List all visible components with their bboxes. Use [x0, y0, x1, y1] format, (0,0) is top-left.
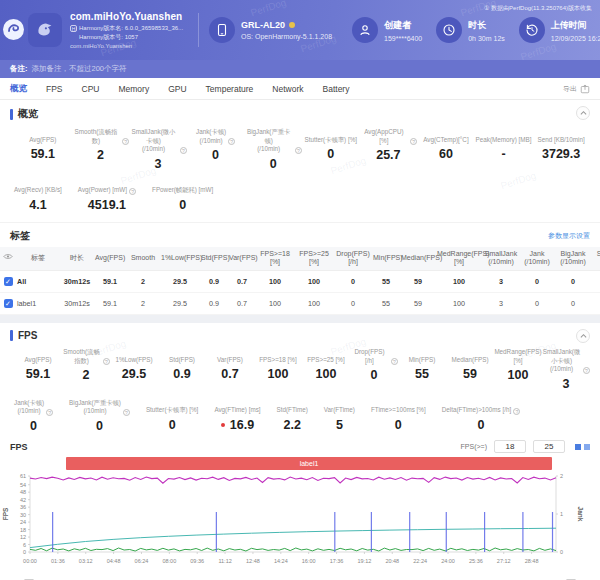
stat-label: Peak(Memory) [MB] — [475, 128, 533, 144]
cell-value: 0 — [334, 293, 372, 315]
tab-概览[interactable]: 概览 — [10, 83, 27, 95]
labels-table-wrap: 标签时长Avg(FPS)Smooth1%Low(FPS)Std(FPS)Var(… — [0, 247, 600, 316]
column-header[interactable]: Min(FPS) — [372, 247, 400, 271]
metric-tabs: 概览FPSCPUMemoryGPUTemperatureNetworkBatte… — [0, 78, 600, 100]
tab-battery[interactable]: Battery — [323, 84, 350, 94]
threshold-confirm-icon[interactable] — [575, 444, 581, 450]
x-tick-label: 25:36 — [469, 558, 483, 564]
stat-item: Avg(Power) [mW]?4519.1 — [78, 179, 136, 212]
column-header[interactable]: 标签 — [16, 247, 60, 271]
series-line-1lowfps[interactable] — [30, 528, 556, 547]
info-icon[interactable]: ? — [410, 138, 417, 145]
stat-label: SmallJank(微小卡顿) (/10min)? — [542, 348, 590, 374]
cell-value: 0 — [520, 271, 554, 293]
info-icon[interactable]: ? — [391, 358, 398, 365]
remark-bar[interactable]: 备注: 添加备注，不超过200个字符 PerfDog PerfDog — [0, 60, 600, 78]
stat-item: Std(FPS)0.9 — [158, 348, 206, 391]
row-checkbox[interactable]: ✓ — [4, 299, 13, 308]
threshold-input-1[interactable] — [494, 440, 526, 453]
label1-band[interactable]: label1 — [66, 457, 552, 470]
stat-item: Avg(FTime) [ms]16.9 — [214, 399, 260, 433]
creator-block: 创建者 159****6400 — [352, 17, 422, 43]
cell-value: 3 — [482, 293, 520, 315]
info-icon[interactable]: ? — [122, 138, 129, 145]
column-header[interactable]: Stutter [%] — [592, 247, 600, 271]
alert-dot — [221, 423, 225, 427]
y-tick-label: 61 — [20, 473, 26, 479]
stat-label: Avg(Recv) [KB/s] — [14, 179, 62, 195]
column-header[interactable]: FPS>=18 [%] — [256, 247, 294, 271]
info-icon[interactable]: ? — [228, 138, 235, 145]
info-icon[interactable]: ? — [103, 358, 110, 365]
stat-label: Avg(FPS) — [14, 348, 62, 364]
column-header[interactable]: MedRange(FPS)[%] — [436, 247, 482, 271]
column-header[interactable]: 1%Low(FPS) — [160, 247, 200, 271]
threshold-input-2[interactable] — [533, 440, 565, 453]
stat-label: FPower(帧能耗) [mW] — [152, 179, 213, 195]
app-version-meta: H Harmony版本名: 6.0.0_36598533_36... Harmo… — [70, 24, 188, 40]
collapse-button[interactable] — [576, 106, 590, 120]
info-icon[interactable]: ? — [180, 147, 187, 154]
cell-value: 59 — [400, 271, 436, 293]
y-tick-label: 6 — [23, 541, 26, 547]
y-tick-label: 18 — [20, 526, 26, 532]
info-icon[interactable]: ? — [513, 408, 520, 415]
column-header[interactable]: Avg(FPS) — [94, 247, 126, 271]
export-button[interactable]: 导出 — [563, 84, 590, 94]
info-icon[interactable]: ? — [123, 409, 130, 416]
param-display-settings-link[interactable]: 参数显示设置 — [548, 231, 590, 241]
cell-value: 55 — [372, 271, 400, 293]
tab-temperature[interactable]: Temperature — [206, 84, 254, 94]
creator-label: 创建者 — [384, 19, 422, 32]
tab-cpu[interactable]: CPU — [82, 84, 100, 94]
remark-placeholder: 添加备注，不超过200个字符 — [32, 64, 127, 74]
column-header[interactable]: Std(FPS) — [200, 247, 228, 271]
perfdog-logo-icon — [3, 19, 24, 40]
device-status-dot[interactable] — [289, 22, 295, 28]
device-os: OS: OpenHarmony-5.1.1.208 — [241, 33, 332, 40]
stat-item: Var(FTime)5 — [324, 399, 355, 433]
row-checkbox[interactable]: ✓ — [4, 277, 13, 286]
y-axis-right-title: Jank — [577, 506, 584, 521]
stat-item: Median(FPS)59 — [446, 348, 494, 391]
column-header[interactable]: SmallJank (/10min) — [482, 247, 520, 271]
stat-label: Avg(Power) [mW]? — [78, 179, 136, 195]
visibility-eye-icon[interactable] — [0, 247, 16, 271]
upload-label: 上传时间 — [551, 19, 600, 32]
info-icon[interactable]: ? — [129, 188, 136, 195]
series-line-fps[interactable] — [30, 477, 556, 483]
collapse-button[interactable] — [576, 329, 590, 343]
tab-fps[interactable]: FPS — [46, 84, 63, 94]
stat-item: Stutter(卡顿率) [%]0 — [146, 399, 198, 433]
fps-line-chart[interactable]: 06121824303642485461012FPSJank00:0001:36… — [0, 472, 600, 576]
tab-gpu[interactable]: GPU — [168, 84, 186, 94]
column-header[interactable]: Smooth — [126, 247, 160, 271]
info-icon[interactable]: ? — [46, 409, 53, 416]
stat-value: 100 — [254, 367, 302, 381]
stat-value: 59 — [446, 367, 494, 381]
column-header[interactable]: Drop(FPS) [/h] — [334, 247, 372, 271]
column-header[interactable]: Var(FPS) — [228, 247, 256, 271]
stat-value: 0 — [350, 368, 398, 382]
collector-version-note: ① 数据由PerfDog(11.3.250764)版本收集 — [484, 4, 592, 13]
threshold-cancel-icon[interactable] — [584, 444, 590, 450]
column-header[interactable]: FPS>=25 [%] — [294, 247, 334, 271]
info-icon[interactable]: ? — [583, 367, 590, 374]
tab-network[interactable]: Network — [272, 84, 303, 94]
stat-value: 60 — [417, 147, 475, 161]
stat-label: FPS>=25 [%] — [302, 348, 350, 364]
column-header[interactable]: Jank (/10min) — [520, 247, 554, 271]
user-icon — [352, 17, 378, 43]
device-name: GRL-AL20 — [241, 20, 285, 30]
tab-memory[interactable]: Memory — [118, 84, 149, 94]
stat-item: SmallJank(微小卡顿) (/10min)?3 — [129, 128, 187, 171]
stat-item: Delta(FTime)>100ms [/h]?0 — [442, 399, 521, 433]
threshold-label: FPS(>=) — [461, 443, 487, 450]
info-icon[interactable]: ? — [295, 147, 302, 154]
series-line-smooth[interactable] — [30, 548, 556, 551]
column-header[interactable]: Median(FPS) — [400, 247, 436, 271]
stat-label: Min(FPS) — [398, 348, 446, 364]
column-header[interactable]: BigJank (/10min) — [554, 247, 592, 271]
stat-item: FPower(帧能耗) [mW]0 — [152, 179, 213, 212]
column-header[interactable]: 时长 — [60, 247, 94, 271]
